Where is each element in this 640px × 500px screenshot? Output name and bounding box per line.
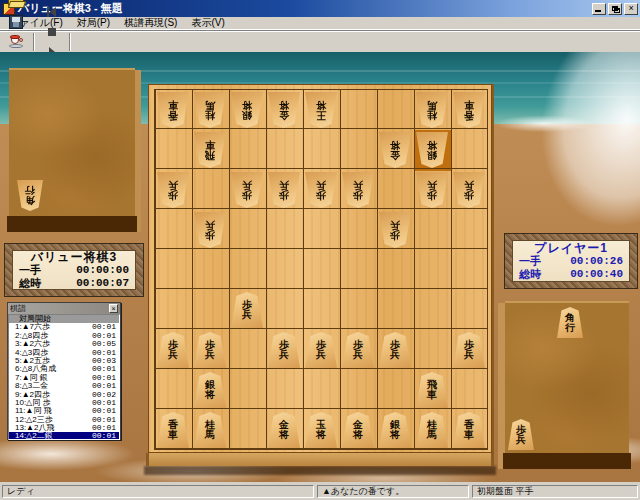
menu-bar: ファイル(F)対局(P)棋譜再現(S)表示(V) (0, 17, 640, 30)
playback-stop-button[interactable] (39, 22, 65, 42)
move-time-label: 一手 (519, 255, 541, 268)
playback-prev-button[interactable] (39, 2, 65, 22)
game-type-indicator: 初期盤面 平手 (472, 485, 638, 498)
move-time: 00:01 (92, 432, 116, 440)
window-title: バリュー将棋3 - 無題 (18, 1, 123, 16)
engine-clock: バリュー将棋3 一手00:00:00 総時00:00:07 (4, 243, 144, 297)
engine-clock-title: バリュー将棋3 (19, 251, 129, 264)
game-area: 香車桂馬銀将金将王将桂馬香車飛車金将銀将歩兵歩兵歩兵歩兵歩兵歩兵歩兵歩兵歩兵歩兵… (0, 52, 640, 482)
board-shadow (144, 466, 496, 475)
coffee-cup-icon[interactable] (3, 32, 29, 52)
player-clock-title: プレイヤー1 (519, 242, 623, 255)
menu-4[interactable]: 表示(V) (184, 16, 231, 30)
move-time-value: 00:00:00 (76, 264, 129, 277)
toolbar-separator (33, 33, 35, 51)
minimize-icon (595, 10, 601, 12)
move-list-window: 棋譜 × 対局開始1:▲7六歩00:012:△8四歩00:013:▲2六歩00:… (7, 302, 121, 440)
title-bar: バリュー将棋3 - 無題 × (0, 0, 640, 17)
move-time-value: 00:00:26 (570, 255, 623, 268)
move-row-14[interactable]: 14:△2二銀00:01 (9, 432, 119, 440)
restore-button[interactable] (608, 3, 622, 15)
turn-indicator: ▲あなたの番です。 (317, 485, 469, 498)
move-time-label: 一手 (19, 264, 41, 277)
move-list-title: 棋譜 (10, 304, 109, 313)
toolbar-separator (69, 33, 71, 51)
close-icon: × (628, 4, 633, 13)
close-button[interactable]: × (624, 3, 638, 15)
toolbar (0, 30, 640, 52)
menu-2[interactable]: 対局(P) (70, 16, 117, 30)
move-list[interactable]: 対局開始1:▲7六歩00:012:△8四歩00:013:▲2六歩00:054:△… (8, 314, 120, 440)
open-folder-icon[interactable] (3, 0, 29, 12)
status-bar: レディ ▲あなたの番です。 初期盤面 平手 (0, 482, 640, 500)
board-front-edge (146, 453, 494, 466)
move-text: 14:△2二銀 (15, 432, 53, 440)
status-message: レディ (2, 485, 314, 498)
minimize-button[interactable] (592, 3, 606, 15)
shogi-board[interactable]: 香車桂馬銀将金将王将桂馬香車飛車金将銀将歩兵歩兵歩兵歩兵歩兵歩兵歩兵歩兵歩兵歩兵… (148, 84, 492, 453)
move-list-titlebar[interactable]: 棋譜 × (8, 303, 120, 314)
save-icon[interactable] (3, 12, 29, 32)
total-time-label: 総時 (519, 268, 541, 281)
player-clock: プレイヤー1 一手00:00:26 総時00:00:40 (504, 233, 638, 289)
menu-3[interactable]: 棋譜再現(S) (117, 16, 184, 30)
move-list-close-button[interactable]: × (109, 304, 118, 313)
total-time-value: 00:00:07 (76, 277, 129, 290)
total-time-value: 00:00:40 (570, 268, 623, 281)
total-time-label: 総時 (19, 277, 41, 290)
app-window: バリュー将棋3 - 無題 × ファイル(F)対局(P)棋譜再現(S)表示(V) (0, 0, 640, 500)
